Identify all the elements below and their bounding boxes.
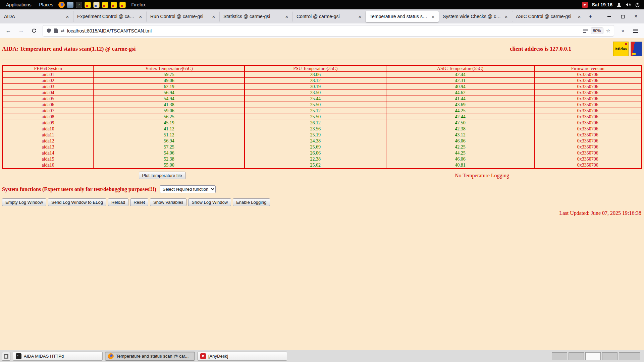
window-close-button[interactable]: × [633, 14, 639, 19]
tab-title: ASIC Control @ carme-gsi [516, 14, 574, 19]
taskbar-window-button[interactable]: [AnyDesk] [197, 352, 287, 361]
enable-logging-button[interactable]: Enable Logging [233, 198, 270, 206]
cell-virtex: 59.75 [93, 72, 245, 78]
cell-firmware: 0x3350706 [534, 150, 642, 156]
url-text[interactable]: localhost:8015/AIDA/TSCAN/TSCAN.tml [67, 28, 581, 34]
places-menu[interactable]: Places [37, 2, 56, 7]
plot-button-cell: Plot Temperature file [2, 172, 322, 179]
focused-app-label[interactable]: Firefox [131, 2, 146, 7]
tab-close-icon[interactable]: × [211, 13, 217, 19]
taskbar-window-button[interactable]: Temperature and status scan @ car... [105, 352, 195, 361]
midas-launcher-icon[interactable] [85, 2, 91, 8]
browser-tab[interactable]: Temperature and status scan @ carme-gsi× [366, 11, 439, 22]
reload-button[interactable]: Reload [108, 198, 128, 206]
clock[interactable]: Sat 19:16 [592, 2, 612, 7]
empty-log-window-button[interactable]: Empty Log Window [2, 198, 46, 206]
show-variables-button[interactable]: Show Variables [150, 198, 186, 206]
tab-title: System wide Checks @ carme-gsi [443, 14, 501, 19]
tab-close-icon[interactable]: × [138, 13, 144, 19]
cell-virtex: 49.06 [93, 78, 245, 84]
column-header: PSU Temperature(35C) [245, 65, 386, 72]
power-icon[interactable] [635, 2, 640, 7]
midas-launcher-icon[interactable] [119, 2, 126, 8]
cell-system: aida15 [3, 156, 94, 162]
cell-system: aida03 [3, 84, 94, 90]
system-function-select[interactable]: Select required function [160, 185, 216, 193]
tab-close-icon[interactable]: × [64, 13, 70, 19]
terminal-launcher-icon[interactable]: > [76, 2, 82, 8]
cell-virtex: 51.12 [93, 132, 245, 138]
show-desktop-button[interactable] [2, 352, 10, 361]
show-log-window-button[interactable]: Show Log Window [188, 198, 231, 206]
tab-close-icon[interactable]: × [576, 13, 582, 19]
browser-tab[interactable]: Control @ carme-gsi× [292, 11, 366, 22]
cell-asic: 43.12 [386, 132, 534, 138]
cell-asic: 42.25 [386, 144, 534, 150]
browser-tab[interactable]: AIDA× [0, 11, 73, 22]
midas-launcher-icon[interactable] [93, 2, 100, 8]
midas-launcher-icon[interactable] [111, 2, 117, 8]
top-bar-left: Applications Places > Firefox [0, 2, 146, 8]
cell-system: aida06 [3, 102, 94, 108]
shield-icon[interactable] [46, 28, 51, 33]
back-button[interactable]: ← [3, 26, 13, 36]
table-row: aida0759.0625.1244.250x3350706 [3, 108, 642, 114]
tab-close-icon[interactable]: × [430, 13, 436, 19]
anydesk-icon [200, 353, 206, 359]
user-status-icon[interactable] [616, 2, 622, 7]
table-row: aida1357.2525.6942.250x3350706 [3, 144, 642, 150]
tab-title: Statistics @ carme-gsi [223, 14, 282, 19]
plot-temperature-button[interactable]: Plot Temperature file [139, 172, 185, 179]
workspace-4[interactable] [602, 352, 618, 360]
cell-system: aida09 [3, 120, 94, 126]
browser-tab[interactable]: Run Control @ carme-gsi× [146, 11, 219, 22]
cell-system: aida07 [3, 108, 94, 114]
table-row: aida0456.9423.5044.620x3350706 [3, 90, 642, 96]
reset-button[interactable]: Reset [130, 198, 148, 206]
logos: Midas [613, 42, 642, 56]
volume-icon[interactable] [626, 2, 631, 7]
tab-close-icon[interactable]: × [284, 13, 290, 19]
new-tab-button[interactable]: + [585, 11, 596, 22]
files-launcher-icon[interactable] [67, 2, 73, 8]
overflow-menu-button[interactable]: » [618, 26, 628, 36]
cell-system: aida13 [3, 144, 94, 150]
tab-close-icon[interactable]: × [357, 13, 363, 19]
reload-button[interactable] [29, 26, 39, 36]
page-info-icon[interactable] [54, 28, 58, 33]
browser-toolbar: ← → ⇄ localhost:8015/AIDA/TSCAN/TSCAN.tm… [0, 23, 644, 38]
divider [2, 60, 642, 60]
cell-psu: 25.50 [245, 114, 386, 120]
forward-button[interactable]: → [16, 26, 26, 36]
cell-system: aida01 [3, 72, 94, 78]
window-maximize-button[interactable] [620, 14, 625, 19]
cell-system: aida02 [3, 78, 94, 84]
taskbar-window-button[interactable]: AIDA MIDAS HTTPd [13, 352, 103, 361]
app-menu-button[interactable] [631, 26, 641, 36]
tab-close-icon[interactable]: × [503, 13, 509, 19]
send-log-window-to-elog-button[interactable]: Send Log Window to ELog [48, 198, 106, 206]
workspace-2[interactable] [569, 352, 584, 360]
temperature-table: FEE64 SystemVirtex Temperature(65C)PSU T… [2, 65, 642, 169]
cell-firmware: 0x3350706 [534, 138, 642, 144]
column-header: Firmware version [534, 65, 642, 72]
firefox-launcher-icon[interactable] [58, 2, 65, 8]
address-bar[interactable]: ⇄ localhost:8015/AIDA/TSCAN/TSCAN.tml 80… [43, 25, 614, 36]
bookmark-star-icon[interactable]: ☆ [606, 28, 610, 34]
window-minimize-button[interactable] [606, 14, 612, 19]
cell-firmware: 0x3350706 [534, 162, 642, 169]
anydesk-tray-icon[interactable] [582, 2, 588, 8]
browser-tab[interactable]: ASIC Control @ carme-gsi× [512, 11, 585, 22]
reader-mode-icon[interactable] [583, 29, 588, 33]
workspace-1[interactable] [552, 352, 567, 360]
browser-tab[interactable]: Experiment Control @ carme-gsi× [73, 11, 146, 22]
workspace-extra[interactable] [619, 352, 640, 360]
browser-tab[interactable]: System wide Checks @ carme-gsi× [439, 11, 512, 22]
midas-launcher-icon[interactable] [102, 2, 108, 8]
zoom-indicator[interactable]: 80% [591, 27, 603, 34]
cell-virtex: 57.25 [93, 144, 245, 150]
applications-menu[interactable]: Applications [3, 2, 34, 7]
cell-virtex: 55.00 [93, 162, 245, 169]
browser-tab[interactable]: Statistics @ carme-gsi× [219, 11, 292, 22]
workspace-3[interactable] [585, 352, 601, 360]
